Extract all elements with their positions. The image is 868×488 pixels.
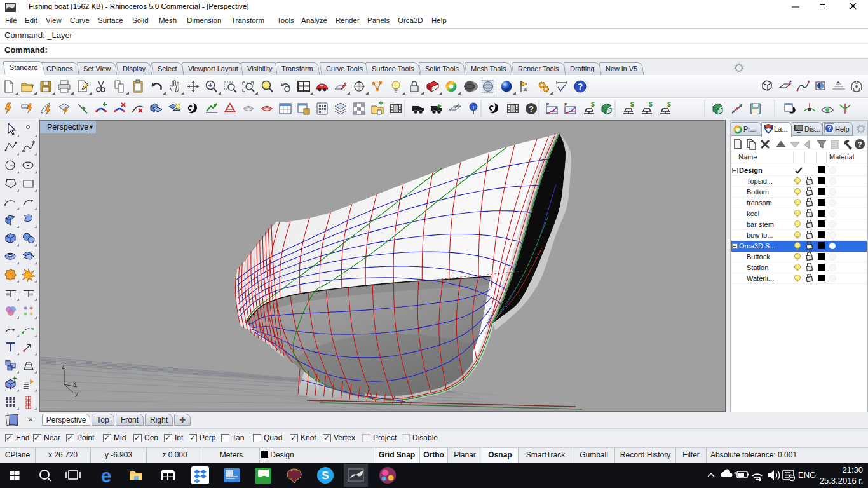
svg-text:?: ? [858,140,862,148]
svg-text:$: $ [667,101,671,108]
svg-text:i: i [473,104,474,111]
svg-text:?: ? [578,81,583,92]
svg-text:?: ? [529,104,534,114]
svg-text:y: y [75,390,78,397]
svg-text:z: z [62,363,65,370]
svg-text:S: S [322,470,329,482]
svg-text:$: $ [591,101,595,108]
svg-text:?: ? [827,125,831,132]
svg-text:$: $ [649,101,653,108]
svg-text:e: e [101,465,112,486]
svg-text:»: » [28,414,32,424]
svg-text:x: x [73,380,76,387]
svg-text:$: $ [630,101,634,108]
